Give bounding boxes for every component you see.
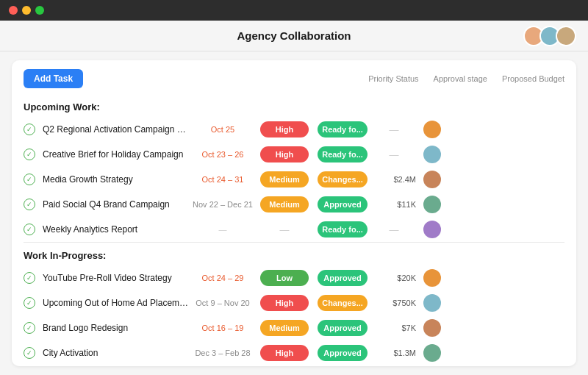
priority-badge: High bbox=[260, 345, 309, 361]
status-badge: Ready fo... bbox=[318, 146, 368, 162]
task-row[interactable]: Weekly Analytics Report——Ready fo...— bbox=[12, 217, 576, 242]
status-badge: Approved bbox=[318, 270, 368, 286]
task-avatar bbox=[423, 221, 441, 238]
task-row[interactable]: Brand Logo RedesignOct 16 – 19MediumAppr… bbox=[12, 315, 576, 340]
task-date: Oct 23 – 26 bbox=[190, 150, 256, 159]
task-name: Brand Logo Redesign bbox=[43, 323, 190, 333]
column-headers: Priority Status Approval stage Proposed … bbox=[368, 74, 564, 83]
status-badge: Approved bbox=[318, 196, 368, 213]
section-title-0: Upcoming Work: bbox=[12, 94, 576, 117]
task-date: Nov 22 – Dec 21 bbox=[190, 200, 256, 209]
task-date: — bbox=[190, 225, 256, 234]
task-row[interactable]: Revamped Creative for Facebook AdsNov 7 … bbox=[12, 365, 576, 366]
task-name: Media Growth Strategy bbox=[43, 174, 190, 185]
check-icon bbox=[24, 199, 35, 210]
task-date: Oct 24 – 29 bbox=[190, 274, 256, 282]
task-date: Oct 9 – Nov 20 bbox=[190, 299, 256, 307]
task-name: Creative Brief for Holiday Campaign bbox=[43, 149, 190, 160]
app-title: Agency Collaboration bbox=[237, 29, 351, 42]
task-name: Q2 Regional Activation Campaign Results bbox=[43, 124, 190, 135]
check-icon bbox=[24, 224, 35, 235]
task-name: Paid Social Q4 Brand Campaign bbox=[43, 199, 190, 210]
priority-badge: Medium bbox=[260, 320, 309, 336]
status-badge: Ready fo... bbox=[318, 221, 368, 238]
task-row[interactable]: Media Growth StrategyOct 24 – 31MediumCh… bbox=[12, 167, 576, 192]
col-priority: Priority Status bbox=[368, 74, 418, 83]
budget: $1.3M bbox=[372, 349, 416, 357]
budget: — bbox=[372, 124, 416, 135]
priority-badge: — bbox=[260, 224, 309, 235]
task-row[interactable]: YouTube Pre-Roll Video StrategyOct 24 – … bbox=[12, 265, 576, 290]
section-title-1: Work In-Progress: bbox=[12, 243, 576, 265]
budget: — bbox=[372, 149, 416, 160]
task-avatar bbox=[423, 344, 441, 362]
add-task-button[interactable]: Add Task bbox=[24, 69, 83, 88]
task-name: YouTube Pre-Roll Video Strategy bbox=[43, 273, 190, 283]
task-row[interactable]: Upcoming Out of Home Ad PlacementsOct 9 … bbox=[12, 290, 576, 315]
task-date: Oct 25 bbox=[190, 125, 256, 134]
maximize-dot[interactable] bbox=[35, 6, 44, 15]
toolbar: Add Task Priority Status Approval stage … bbox=[12, 60, 576, 94]
budget: — bbox=[372, 224, 416, 235]
budget: $750K bbox=[372, 299, 416, 307]
task-date: Dec 3 – Feb 28 bbox=[190, 349, 256, 357]
col-budget: Proposed Budget bbox=[502, 74, 564, 83]
task-date: Oct 16 – 19 bbox=[190, 324, 256, 332]
priority-badge: Medium bbox=[260, 171, 309, 188]
task-name: City Activation bbox=[43, 348, 190, 358]
task-name: Weekly Analytics Report bbox=[43, 224, 190, 235]
budget: $20K bbox=[372, 274, 416, 282]
task-avatar bbox=[423, 171, 441, 188]
titlebar bbox=[0, 0, 588, 21]
priority-badge: High bbox=[260, 295, 309, 311]
header-avatar-group bbox=[528, 26, 576, 46]
budget: $7K bbox=[372, 324, 416, 332]
task-date: Oct 24 – 31 bbox=[190, 175, 256, 184]
priority-badge: High bbox=[260, 146, 309, 162]
status-badge: Approved bbox=[318, 320, 368, 336]
col-approval: Approval stage bbox=[434, 74, 487, 83]
content-panel: Add Task Priority Status Approval stage … bbox=[12, 60, 576, 366]
status-badge: Ready fo... bbox=[318, 121, 368, 138]
sections-container: Upcoming Work:Q2 Regional Activation Cam… bbox=[12, 94, 576, 366]
check-icon bbox=[24, 297, 35, 309]
task-avatar bbox=[423, 269, 441, 287]
check-icon bbox=[24, 149, 35, 160]
task-row[interactable]: City ActivationDec 3 – Feb 28HighApprove… bbox=[12, 340, 576, 365]
main-window: Agency Collaboration Add Task Priority S… bbox=[0, 21, 588, 375]
priority-badge: Medium bbox=[260, 196, 309, 213]
status-badge: Approved bbox=[318, 345, 368, 361]
app-header: Agency Collaboration bbox=[0, 21, 588, 51]
task-row[interactable]: Paid Social Q4 Brand CampaignNov 22 – De… bbox=[12, 192, 576, 217]
check-icon bbox=[24, 272, 35, 284]
task-avatar bbox=[423, 146, 441, 163]
minimize-dot[interactable] bbox=[22, 6, 31, 15]
close-dot[interactable] bbox=[9, 6, 18, 15]
status-badge: Changes... bbox=[318, 295, 368, 311]
task-avatar bbox=[423, 294, 441, 312]
budget: $2.4M bbox=[372, 175, 416, 184]
budget: $11K bbox=[372, 200, 416, 209]
check-icon bbox=[24, 174, 35, 185]
priority-badge: Low bbox=[260, 270, 309, 286]
task-row[interactable]: Creative Brief for Holiday CampaignOct 2… bbox=[12, 142, 576, 167]
check-icon bbox=[24, 124, 35, 135]
task-avatar bbox=[423, 319, 441, 337]
check-icon bbox=[24, 322, 35, 334]
check-icon bbox=[24, 347, 35, 359]
avatar-3 bbox=[556, 26, 576, 46]
task-avatar bbox=[423, 121, 441, 138]
task-name: Upcoming Out of Home Ad Placements bbox=[43, 298, 190, 308]
task-avatar bbox=[423, 196, 441, 213]
priority-badge: High bbox=[260, 121, 309, 138]
status-badge: Changes... bbox=[318, 171, 368, 188]
task-row[interactable]: Q2 Regional Activation Campaign ResultsO… bbox=[12, 117, 576, 142]
